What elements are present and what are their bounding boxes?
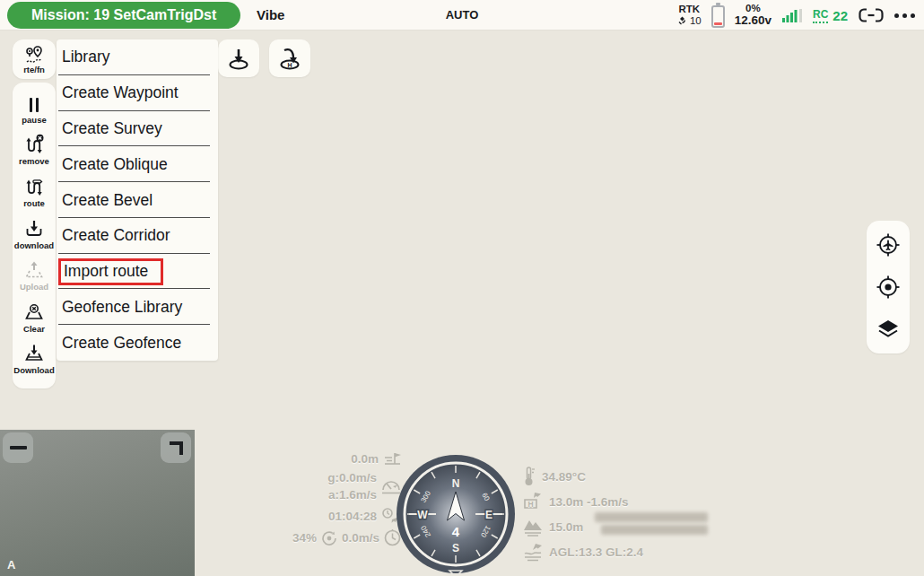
route-function-icon: [23, 45, 45, 65]
pause-icon: [25, 96, 43, 114]
sidebar-item-label: route: [23, 198, 45, 208]
land-button[interactable]: [218, 39, 259, 77]
download-icon: [23, 218, 45, 240]
status-cluster: RTK 10 0% 12.60v: [677, 0, 915, 31]
menu-item-create-geofence[interactable]: Create Geofence: [57, 325, 218, 361]
home-altitude-icon: H: [522, 491, 544, 512]
agl-icon: [522, 542, 544, 562]
top-bar: Mission: 19 SetCamTrigDst Vibe AUTO RTK …: [0, 0, 924, 31]
download-tray-icon: [23, 343, 45, 364]
satellite-icon: [677, 15, 688, 26]
mountain-icon: [522, 517, 544, 537]
menu-item-label: Create Geofence: [62, 334, 181, 353]
camera-corner-label: A: [7, 558, 15, 572]
compass-w: W: [417, 509, 428, 521]
signal-bars-icon: [781, 7, 803, 23]
temperature-value: 34.89°C: [542, 470, 586, 484]
camera-preview[interactable]: A: [0, 430, 195, 576]
clear-icon: [23, 301, 45, 323]
redacted-coordinates: [601, 525, 708, 535]
route-menu: Library Create Waypoint Create Survey Cr…: [57, 39, 218, 361]
battery-voltage: 12.60v: [735, 14, 771, 28]
sidebar-item-download[interactable]: download: [14, 218, 54, 250]
vertical-speed-value: 0.0m/s: [342, 531, 379, 545]
compass-s: S: [452, 542, 459, 554]
return-home-icon: H: [277, 46, 302, 71]
app-screen: Mission: 19 SetCamTrigDst Vibe AUTO RTK …: [0, 0, 924, 576]
sidebar-item-label: Upload: [20, 282, 48, 292]
sidebar-item-label: rte/fn: [23, 65, 45, 74]
sidebar-item-remove[interactable]: remove: [19, 134, 49, 166]
menu-item-label: Import route: [64, 262, 148, 280]
sidebar-item-label: Download: [13, 365, 54, 375]
mission-sidebar: pause remove: [13, 83, 56, 388]
sidebar-item-label: remove: [19, 156, 49, 166]
sidebar-item-pause[interactable]: pause: [22, 96, 46, 125]
gauge-percent-value: 34%: [292, 531, 317, 545]
sidebar-item-upload: Upload: [20, 259, 48, 292]
sidebar-item-download-all[interactable]: Download: [13, 343, 54, 375]
route-icon: [23, 176, 45, 197]
map-control-panel: [867, 221, 910, 353]
remove-route-icon: [23, 134, 45, 155]
minimize-button[interactable]: [3, 432, 33, 463]
flight-time-value: 01:04:28: [328, 510, 377, 523]
sidebar-item-clear[interactable]: Clear: [23, 301, 45, 334]
rotor-gauge-icon: [320, 529, 338, 547]
rtk-label: RTK: [678, 4, 700, 15]
return-home-button[interactable]: H: [269, 39, 310, 77]
battery-status: 0% 12.60v: [735, 3, 771, 27]
layers-icon: [875, 316, 902, 343]
aircraft-locate-button[interactable]: [870, 227, 906, 263]
sidebar-item-label: pause: [22, 115, 46, 125]
upload-icon: [23, 259, 45, 281]
air-speed-value: a:1.6m/s: [327, 486, 377, 503]
menu-item-create-corridor[interactable]: Create Corridor: [57, 218, 218, 254]
compass-widget: N S W E 300 60 120 240 4: [395, 453, 517, 575]
menu-item-create-survey[interactable]: Create Survey: [57, 111, 218, 147]
menu-item-geofence-library[interactable]: Geofence Library: [57, 289, 218, 325]
compass-n: N: [452, 477, 460, 490]
land-icon: [226, 46, 251, 71]
my-location-icon: [875, 274, 902, 301]
menu-item-label: Create Corridor: [62, 226, 170, 245]
minimize-icon: [10, 446, 27, 449]
rc-label: RC: [813, 8, 828, 23]
my-location-button[interactable]: [870, 269, 906, 305]
menu-item-create-bevel[interactable]: Create Bevel: [57, 182, 218, 218]
heading-value: 4: [452, 524, 460, 539]
terrain-altitude-value: 15.0m: [549, 520, 583, 534]
ground-speed-value: g:0.0m/s: [327, 469, 377, 486]
agl-value: AGL:13.3 GL:2.4: [549, 545, 643, 559]
rc-value: 22: [832, 8, 848, 23]
menu-item-create-waypoint[interactable]: Create Waypoint: [57, 75, 218, 111]
menu-item-label: Create Bevel: [62, 191, 153, 210]
import-route-highlight: Import route: [58, 258, 163, 285]
menu-item-create-oblique[interactable]: Create Oblique: [57, 146, 218, 182]
svg-text:H: H: [527, 500, 533, 509]
telemetry-left: 0.0m g:0.0m/s a:1.6m/s: [266, 450, 402, 550]
more-menu-icon[interactable]: [894, 13, 915, 18]
menu-item-library[interactable]: Library: [57, 39, 218, 75]
layers-button[interactable]: [870, 311, 906, 347]
expand-icon: [170, 441, 183, 455]
menu-item-label: Geofence Library: [62, 298, 182, 317]
sidebar-item-route[interactable]: route: [23, 176, 45, 208]
menu-item-label: Create Survey: [62, 119, 162, 138]
menu-item-label: Create Waypoint: [62, 83, 179, 102]
battery-icon: [711, 5, 725, 28]
expand-button[interactable]: [161, 432, 191, 463]
rtk-satellite-count: 10: [690, 15, 702, 27]
sidebar-item-route-fn[interactable]: rte/fn: [13, 39, 56, 79]
compass-e: E: [485, 509, 493, 521]
home-altitude-value: 13.0m -1.6m/s: [549, 495, 629, 509]
rc-status: RC 22: [813, 8, 848, 23]
redacted-coordinates: [595, 512, 708, 522]
menu-item-label: Library: [62, 48, 110, 66]
battery-percent: 0%: [745, 3, 761, 14]
controller-icon: [858, 7, 885, 23]
distance-value: 0.0m: [351, 452, 379, 466]
aircraft-locate-icon: [875, 231, 902, 258]
menu-item-import-route[interactable]: Import route: [57, 254, 218, 290]
sidebar-item-label: Clear: [23, 324, 45, 334]
